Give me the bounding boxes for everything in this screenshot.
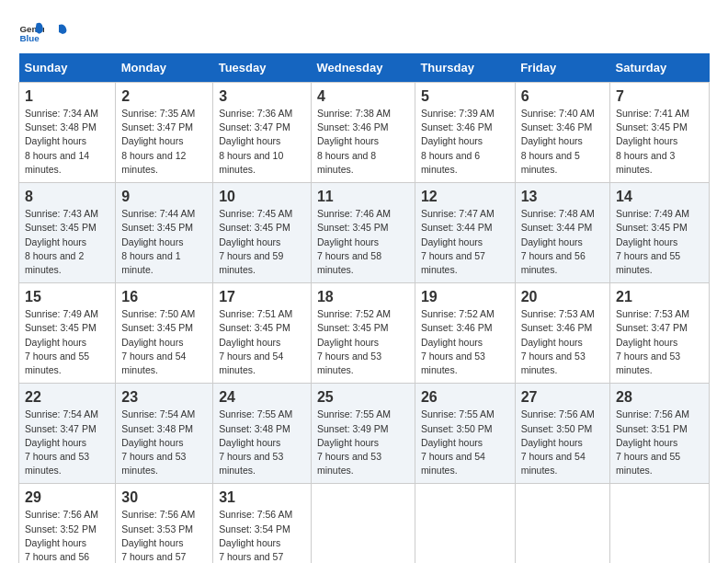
calendar-day-cell: 7 Sunrise: 7:41 AM Sunset: 3:45 PM Dayli… [610,83,710,183]
day-info: Sunrise: 7:56 AM Sunset: 3:50 PM Dayligh… [521,408,604,477]
logo: General Blue [18,18,68,44]
weekday-header-sunday: Sunday [19,53,116,83]
day-number: 25 [317,389,409,406]
calendar-week-row: 1 Sunrise: 7:34 AM Sunset: 3:48 PM Dayli… [19,83,710,183]
day-info: Sunrise: 7:51 AM Sunset: 3:45 PM Dayligh… [219,307,305,377]
day-number: 5 [421,88,509,105]
day-number: 18 [317,289,409,305]
weekday-header-row: SundayMondayTuesdayWednesdayThursdayFrid… [19,53,710,83]
day-number: 12 [421,189,509,205]
day-info: Sunrise: 7:56 AM Sunset: 3:52 PM Dayligh… [25,508,109,563]
weekday-header-monday: Monday [116,53,213,83]
weekday-header-wednesday: Wednesday [311,53,415,83]
logo-bird-icon [50,22,68,40]
day-number: 4 [317,88,409,105]
logo-icon: General Blue [18,18,44,44]
day-info: Sunrise: 7:36 AM Sunset: 3:47 PM Dayligh… [219,107,305,177]
day-number: 19 [421,289,509,305]
day-info: Sunrise: 7:53 AM Sunset: 3:47 PM Dayligh… [616,307,703,377]
calendar-day-cell: 28 Sunrise: 7:56 AM Sunset: 3:51 PM Dayl… [610,384,710,484]
day-number: 21 [616,289,703,305]
day-info: Sunrise: 7:49 AM Sunset: 3:45 PM Dayligh… [25,307,109,377]
day-info: Sunrise: 7:54 AM Sunset: 3:48 PM Dayligh… [121,408,207,477]
day-info: Sunrise: 7:49 AM Sunset: 3:45 PM Dayligh… [616,207,703,277]
weekday-header-thursday: Thursday [415,53,515,83]
calendar-day-cell: 3 Sunrise: 7:36 AM Sunset: 3:47 PM Dayli… [213,83,312,183]
calendar-day-cell: 19 Sunrise: 7:52 AM Sunset: 3:46 PM Dayl… [415,283,515,384]
calendar-day-cell: 26 Sunrise: 7:55 AM Sunset: 3:50 PM Dayl… [415,384,515,484]
calendar-week-row: 22 Sunrise: 7:54 AM Sunset: 3:47 PM Dayl… [19,384,710,484]
day-number: 26 [421,389,509,406]
calendar-day-cell: 20 Sunrise: 7:53 AM Sunset: 3:46 PM Dayl… [515,283,609,384]
day-info: Sunrise: 7:56 AM Sunset: 3:54 PM Dayligh… [219,508,305,563]
day-number: 16 [121,289,207,305]
day-number: 23 [121,389,207,406]
day-info: Sunrise: 7:53 AM Sunset: 3:46 PM Dayligh… [521,307,604,377]
calendar-day-cell: 12 Sunrise: 7:47 AM Sunset: 3:44 PM Dayl… [415,183,515,283]
svg-text:Blue: Blue [19,33,40,43]
calendar-day-cell: 10 Sunrise: 7:45 AM Sunset: 3:45 PM Dayl… [213,183,312,283]
day-info: Sunrise: 7:56 AM Sunset: 3:51 PM Dayligh… [616,408,703,477]
day-number: 1 [25,88,109,105]
calendar-day-cell: 5 Sunrise: 7:39 AM Sunset: 3:46 PM Dayli… [415,83,515,183]
day-number: 31 [219,489,305,506]
calendar-day-cell [415,484,515,563]
day-info: Sunrise: 7:50 AM Sunset: 3:45 PM Dayligh… [121,307,207,377]
day-info: Sunrise: 7:43 AM Sunset: 3:45 PM Dayligh… [25,207,109,277]
calendar-day-cell: 14 Sunrise: 7:49 AM Sunset: 3:45 PM Dayl… [610,183,710,283]
page-header: General Blue [18,18,710,44]
day-number: 17 [219,289,305,305]
weekday-header-saturday: Saturday [610,53,710,83]
day-info: Sunrise: 7:52 AM Sunset: 3:45 PM Dayligh… [317,307,409,377]
calendar-day-cell: 17 Sunrise: 7:51 AM Sunset: 3:45 PM Dayl… [213,283,312,384]
calendar-day-cell: 31 Sunrise: 7:56 AM Sunset: 3:54 PM Dayl… [213,484,312,563]
calendar-table: SundayMondayTuesdayWednesdayThursdayFrid… [18,53,710,563]
day-number: 9 [121,189,207,205]
day-info: Sunrise: 7:54 AM Sunset: 3:47 PM Dayligh… [25,408,109,477]
day-info: Sunrise: 7:47 AM Sunset: 3:44 PM Dayligh… [421,207,509,277]
day-info: Sunrise: 7:45 AM Sunset: 3:45 PM Dayligh… [219,207,305,277]
calendar-day-cell: 8 Sunrise: 7:43 AM Sunset: 3:45 PM Dayli… [19,183,116,283]
day-number: 10 [219,189,305,205]
calendar-week-row: 8 Sunrise: 7:43 AM Sunset: 3:45 PM Dayli… [19,183,710,283]
day-number: 20 [521,289,604,305]
calendar-day-cell: 30 Sunrise: 7:56 AM Sunset: 3:53 PM Dayl… [116,484,213,563]
day-info: Sunrise: 7:48 AM Sunset: 3:44 PM Dayligh… [521,207,604,277]
day-info: Sunrise: 7:55 AM Sunset: 3:48 PM Dayligh… [219,408,305,477]
day-info: Sunrise: 7:34 AM Sunset: 3:48 PM Dayligh… [25,107,109,177]
day-number: 15 [25,289,109,305]
day-info: Sunrise: 7:41 AM Sunset: 3:45 PM Dayligh… [616,107,703,177]
calendar-day-cell: 25 Sunrise: 7:55 AM Sunset: 3:49 PM Dayl… [311,384,415,484]
calendar-body: 1 Sunrise: 7:34 AM Sunset: 3:48 PM Dayli… [19,83,710,564]
day-number: 27 [521,389,604,406]
day-info: Sunrise: 7:44 AM Sunset: 3:45 PM Dayligh… [121,207,207,277]
day-number: 11 [317,189,409,205]
calendar-week-row: 15 Sunrise: 7:49 AM Sunset: 3:45 PM Dayl… [19,283,710,384]
calendar-day-cell: 21 Sunrise: 7:53 AM Sunset: 3:47 PM Dayl… [610,283,710,384]
calendar-day-cell: 9 Sunrise: 7:44 AM Sunset: 3:45 PM Dayli… [116,183,213,283]
calendar-day-cell: 16 Sunrise: 7:50 AM Sunset: 3:45 PM Dayl… [116,283,213,384]
day-info: Sunrise: 7:40 AM Sunset: 3:46 PM Dayligh… [521,107,604,177]
day-number: 30 [121,489,207,506]
calendar-day-cell: 23 Sunrise: 7:54 AM Sunset: 3:48 PM Dayl… [116,384,213,484]
calendar-day-cell: 18 Sunrise: 7:52 AM Sunset: 3:45 PM Dayl… [311,283,415,384]
calendar-day-cell [311,484,415,563]
weekday-header-tuesday: Tuesday [213,53,312,83]
calendar-day-cell: 1 Sunrise: 7:34 AM Sunset: 3:48 PM Dayli… [19,83,116,183]
calendar-day-cell: 13 Sunrise: 7:48 AM Sunset: 3:44 PM Dayl… [515,183,609,283]
day-number: 13 [521,189,604,205]
day-number: 7 [616,88,703,105]
calendar-day-cell [515,484,609,563]
calendar-day-cell: 29 Sunrise: 7:56 AM Sunset: 3:52 PM Dayl… [19,484,116,563]
day-number: 29 [25,489,109,506]
day-info: Sunrise: 7:55 AM Sunset: 3:50 PM Dayligh… [421,408,509,477]
weekday-header-friday: Friday [515,53,609,83]
day-number: 3 [219,88,305,105]
calendar-day-cell: 4 Sunrise: 7:38 AM Sunset: 3:46 PM Dayli… [311,83,415,183]
calendar-day-cell: 6 Sunrise: 7:40 AM Sunset: 3:46 PM Dayli… [515,83,609,183]
calendar-day-cell: 27 Sunrise: 7:56 AM Sunset: 3:50 PM Dayl… [515,384,609,484]
day-info: Sunrise: 7:55 AM Sunset: 3:49 PM Dayligh… [317,408,409,477]
calendar-day-cell: 11 Sunrise: 7:46 AM Sunset: 3:45 PM Dayl… [311,183,415,283]
calendar-week-row: 29 Sunrise: 7:56 AM Sunset: 3:52 PM Dayl… [19,484,710,563]
day-number: 14 [616,189,703,205]
